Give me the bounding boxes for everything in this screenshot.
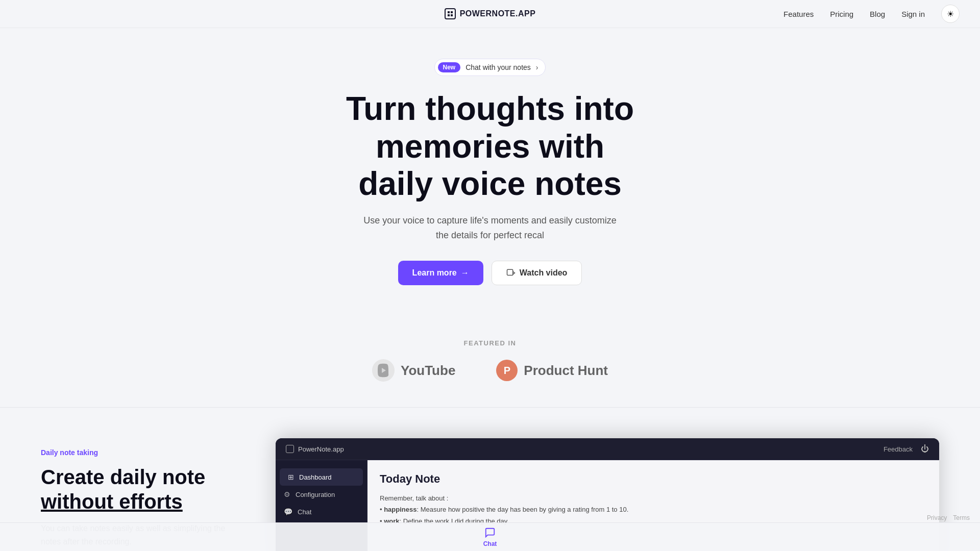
badge-arrow-icon: › — [536, 63, 538, 71]
producthunt-logo: P Product Hunt — [496, 360, 608, 381]
app-domain-text: PowerNote.app — [298, 445, 344, 453]
producthunt-name: Product Hunt — [524, 363, 608, 379]
learn-more-button[interactable]: Learn more → — [398, 261, 483, 285]
theme-toggle-button[interactable]: ☀ — [941, 5, 960, 23]
section-title-part1: Create daily note — [41, 466, 205, 488]
youtube-icon — [372, 359, 395, 382]
nav-pricing[interactable]: Pricing — [830, 10, 853, 18]
svg-rect-3 — [451, 14, 453, 16]
sidebar-configuration-label: Configuration — [296, 491, 335, 498]
youtube-logo: YouTube — [372, 359, 455, 382]
featured-label: FEATURED IN — [464, 339, 517, 347]
sidebar-chat-label: Chat — [298, 508, 311, 516]
navbar: POWERNOTE.APP Features Pricing Blog Sign… — [0, 0, 980, 28]
learn-more-label: Learn more — [412, 268, 457, 278]
chat-icon: 💬 — [284, 508, 292, 516]
section-title: Create daily note without efforts — [41, 465, 235, 514]
hero-title-line1: Turn thoughts into memories with — [346, 90, 634, 165]
sun-icon: ☀ — [947, 9, 954, 19]
hero-subtitle: Use your voice to capture life's moments… — [362, 213, 618, 243]
privacy-link[interactable]: Privacy — [927, 514, 947, 521]
svg-rect-4 — [507, 270, 512, 276]
featured-section: FEATURED IN YouTube P Product Hunt — [0, 334, 980, 402]
watch-video-label: Watch video — [520, 268, 568, 278]
hero-section: New Chat with your notes › Turn thoughts… — [0, 28, 980, 334]
app-topbar: PowerNote.app Feedback ⏻ — [276, 438, 939, 460]
app-domain: PowerNote.app — [286, 445, 344, 453]
happiness-key: happiness — [384, 506, 416, 513]
terms-link[interactable]: Terms — [953, 514, 970, 521]
sidebar-item-configuration[interactable]: ⚙ Configuration — [276, 486, 367, 503]
app-domain-icon — [286, 445, 294, 453]
badge-chat-text: Chat with your notes — [465, 63, 531, 71]
bottom-chat-item[interactable]: Chat — [483, 527, 497, 547]
page-footer: Privacy Terms — [927, 514, 970, 521]
badge-new-label: New — [438, 62, 461, 72]
nav-features[interactable]: Features — [783, 10, 814, 18]
remember-label: Remember, talk about : — [380, 494, 448, 502]
bottom-nav-bar: Chat — [0, 522, 980, 551]
sidebar-item-dashboard[interactable]: ⊞ Dashboard — [280, 468, 363, 486]
arrow-icon: → — [461, 268, 469, 278]
svg-rect-0 — [448, 11, 450, 13]
hero-buttons: Learn more → Watch video — [398, 261, 582, 285]
configuration-icon: ⚙ — [284, 490, 290, 498]
happiness-val: : Measure how positive the day has been … — [416, 506, 628, 513]
note-remember: Remember, talk about : • happiness: Meas… — [380, 493, 927, 527]
producthunt-icon: P — [496, 360, 518, 381]
svg-rect-2 — [448, 14, 450, 16]
featured-logos: YouTube P Product Hunt — [372, 359, 608, 382]
sidebar-dashboard-label: Dashboard — [299, 473, 332, 481]
logo-icon — [445, 8, 456, 19]
section-title-underline: without efforts — [41, 490, 183, 513]
today-note-title: Today Note — [380, 472, 927, 486]
nav-blog[interactable]: Blog — [870, 10, 885, 18]
youtube-name: YouTube — [401, 363, 455, 379]
watch-video-button[interactable]: Watch video — [492, 261, 582, 285]
feedback-button[interactable]: Feedback — [884, 445, 913, 453]
app-power-icon: ⏻ — [921, 444, 929, 454]
sidebar-item-chat[interactable]: 💬 Chat — [276, 503, 367, 520]
section-tag: Daily note taking — [41, 448, 235, 457]
signin-link[interactable]: Sign in — [901, 10, 925, 18]
app-topbar-right: Feedback ⏻ — [884, 444, 929, 454]
hero-title: Turn thoughts into memories with daily v… — [291, 90, 689, 203]
nav-links: Features Pricing Blog Sign in ☀ — [783, 5, 960, 23]
bottom-chat-label: Chat — [483, 540, 497, 547]
hero-title-line2: daily voice notes — [358, 165, 622, 202]
logo[interactable]: POWERNOTE.APP — [445, 8, 536, 19]
bottom-chat-icon — [484, 527, 496, 538]
logo-text: POWERNOTE.APP — [460, 9, 536, 18]
new-badge[interactable]: New Chat with your notes › — [434, 59, 546, 76]
svg-rect-1 — [451, 11, 453, 13]
dashboard-icon: ⊞ — [288, 473, 294, 481]
video-icon — [506, 268, 516, 278]
